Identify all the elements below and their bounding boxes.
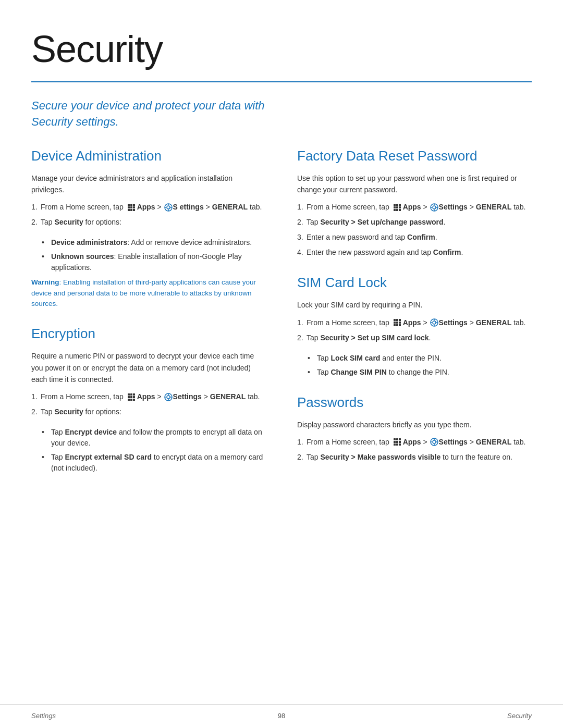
bullet-item: Unknown sources: Enable installation of … [42,251,266,273]
apps-grid [394,319,401,326]
encrypt-device-label: Encrypt device [65,428,117,436]
confirm-label: Confirm [407,233,435,241]
general-tab-label: GENERAL [476,438,511,446]
factory-reset-steps: 1. From a Home screen, tap Apps > [297,202,532,258]
bullet-item: Tap Lock SIM card and enter the PIN. [308,353,532,364]
make-passwords-visible-label: Security > Make passwords visible [320,453,440,461]
settings-circle-icon [430,438,438,446]
apps-grid-icon [393,437,402,447]
content-area: Security Secure your device and protect … [0,0,563,704]
step-item: 1. From a Home screen, tap Apps > [31,391,266,402]
settings-label: S ettings [173,203,204,211]
apps-grid [394,438,401,446]
warning-text: Warning: Enabling installation of third-… [31,277,266,309]
encryption-title: Encryption [31,324,266,344]
settings-circle-icon [430,318,438,327]
step-number: 1. [31,202,38,213]
encryption-desc: Require a numeric PIN or password to dec… [31,350,266,385]
passwords-steps: 1. From a Home screen, tap Apps > [297,437,532,463]
step-item: 3. Enter a new password and tap Confirm. [297,232,532,243]
encryption-section: Encryption Require a numeric PIN or pass… [31,324,266,474]
settings-label: Settings [173,392,202,401]
page-footer: Settings 98 Security [0,704,563,729]
step-item: 1. From a Home screen, tap Apps > [297,202,532,213]
settings-label: Settings [439,203,468,211]
settings-svg [430,438,438,446]
two-column-layout: Device Administration Manage your device… [31,146,532,478]
settings-label: Settings [439,318,468,327]
step-item: 2. Tap Security > Make passwords visible… [297,452,532,463]
apps-grid [394,204,401,211]
left-column: Device Administration Manage your device… [31,146,266,478]
passwords-title: Passwords [297,392,532,413]
passwords-desc: Display password characters briefly as y… [297,419,532,430]
sim-lock-steps: 1. From a Home screen, tap Apps > [297,317,532,343]
settings-label: Settings [439,438,468,446]
footer-page-number: 98 [278,711,285,721]
apps-label: Apps [137,203,155,211]
settings-circle-icon [164,203,173,212]
change-sim-pin-label: Change SIM PIN [331,368,386,376]
page-title: Security [31,21,532,77]
bullet-item: Tap Encrypt external SD card to encrypt … [42,452,266,474]
settings-circle-icon [164,393,173,401]
title-divider [31,81,532,82]
device-admin-steps: 1. From a Home screen, tap Apps > [31,202,266,228]
step-item: 2. Tap Security > Set up SIM card lock. [297,332,532,343]
step-number: 3. [297,232,303,243]
footer-left-text: Settings [31,711,56,721]
step-item: 2. Tap Security for options: [31,406,266,417]
device-administration-title: Device Administration [31,146,266,166]
apps-label: Apps [137,392,155,401]
settings-svg [164,393,173,401]
security-label: Security [54,408,83,416]
apps-grid-icon [127,392,136,402]
warning-label: Warning [31,278,59,286]
svg-point-19 [433,321,436,324]
encryption-bullets: Tap Encrypt device and follow the prompt… [42,427,266,474]
apps-grid-icon [393,203,402,212]
right-column: Factory Data Reset Password Use this opt… [297,146,532,478]
sim-card-lock-title: SIM Card Lock [297,273,532,293]
step-number: 1. [297,437,303,448]
step-number: 1. [297,202,303,213]
page: Security Secure your device and protect … [0,0,563,728]
sim-card-lock-section: SIM Card Lock Lock your SIM card by requ… [297,273,532,377]
passwords-section: Passwords Display password characters br… [297,392,532,463]
apps-label: Apps [403,438,421,446]
bullet-item: Tap Encrypt device and follow the prompt… [42,427,266,449]
encrypt-sd-label: Encrypt external SD card [65,453,152,461]
step-item: 2. Tap Security > Set up/change password… [297,217,532,228]
confirm-label-2: Confirm [433,248,461,256]
settings-circle-icon [430,203,438,212]
step-number: 2. [297,217,303,228]
svg-point-25 [433,440,436,443]
settings-svg [430,318,438,327]
encryption-steps: 1. From a Home screen, tap Apps > [31,391,266,417]
general-tab-label: GENERAL [210,392,246,401]
svg-point-7 [167,396,170,399]
apps-grid-icon [127,203,136,212]
step-item: 1. From a Home screen, tap Apps > [297,437,532,448]
unknown-sources-label: Unknown sources [51,252,114,261]
footer-right-text: Security [507,711,532,721]
step-number: 2. [31,406,38,417]
step-number: 2. [297,332,303,343]
device-admin-bullets: Device administrators: Add or remove dev… [42,237,266,273]
factory-data-reset-title: Factory Data Reset Password [297,146,532,166]
step-number: 4. [297,247,303,258]
general-tab-label: GENERAL [212,203,248,211]
step-number: 2. [297,452,303,463]
factory-data-reset-section: Factory Data Reset Password Use this opt… [297,146,532,258]
apps-label: Apps [403,203,421,211]
factory-data-reset-desc: Use this option to set up your password … [297,172,532,196]
settings-svg [164,203,173,212]
step-item: 2. Tap Security for options: [31,217,266,228]
step-item: 1. From a Home screen, tap Apps > [31,202,266,213]
step-item: 4. Enter the new password again and tap … [297,247,532,258]
security-label: Security [54,218,83,226]
device-administration-desc: Manage your device administrators and ap… [31,172,266,196]
apps-grid-icon [393,318,402,327]
sim-card-lock-desc: Lock your SIM card by requiring a PIN. [297,299,532,311]
sim-lock-bullets: Tap Lock SIM card and enter the PIN. Tap… [308,353,532,378]
